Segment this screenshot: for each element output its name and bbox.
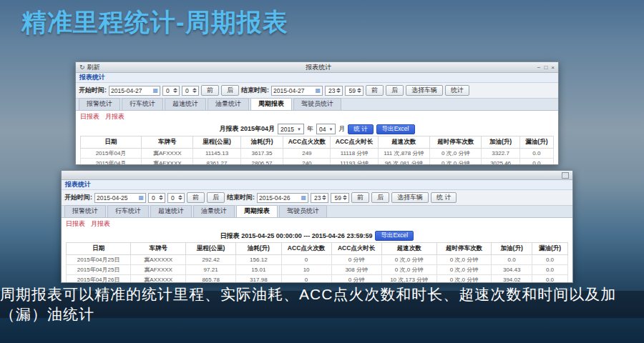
report-period-label: 日报表 2015-04-25 00:00:00 --- 2015-04-26 2… [220, 232, 373, 241]
tab-fuel-stats[interactable]: 油量统计 [208, 98, 249, 110]
column-header: 里程(公里) [186, 243, 236, 255]
table-cell: 10 [281, 265, 331, 275]
report-type-links: 日报表 月报表 [80, 111, 554, 123]
end-minute-spinner[interactable]: 59 [345, 86, 363, 96]
start-time-label: 开始时间: [64, 193, 92, 202]
tab-alarm-stats[interactable]: 报警统计 [79, 98, 120, 110]
month-select[interactable]: 04 ▼ [316, 124, 336, 134]
table-cell: 156.12 [236, 255, 281, 265]
tab-bar: 报警统计行车统计超速统计油量统计周期报表驾驶员统计 [62, 206, 572, 218]
tab-alarm-stats[interactable]: 报警统计 [64, 205, 106, 217]
start-date-value: 2015-04-25 [97, 194, 127, 202]
stat-button[interactable]: 统 计 [348, 124, 373, 134]
calendar-icon: ▦ [138, 194, 144, 201]
calendar-icon: ▦ [152, 87, 158, 94]
tab-speeding-stats[interactable]: 超速统计 [165, 98, 206, 110]
chevron-down-icon: ▼ [297, 127, 301, 131]
next-button[interactable]: 后 [371, 192, 389, 203]
start-hour-value: 0 [166, 87, 170, 94]
end-hour-value: 23 [328, 87, 335, 94]
panel-title: 报表统计 [76, 73, 558, 83]
prev-button[interactable]: 前 [366, 85, 384, 96]
table-cell: 0 次,0 分钟 [381, 255, 436, 265]
end-date-input[interactable]: 2015-04-27 ▦ [271, 86, 323, 96]
select-vehicle-button[interactable]: 选择车辆 [406, 85, 443, 96]
tab-periodic-report[interactable]: 周期报表 [236, 205, 278, 217]
start-date-input[interactable]: 2015-04-27 ▦ [109, 86, 160, 96]
spinner-arrows-icon [178, 195, 182, 200]
restore-icon[interactable] [562, 172, 569, 179]
tab-driving-stats[interactable]: 行车统计 [122, 98, 163, 110]
select-vehicle-button[interactable]: 选择车辆 [391, 192, 429, 203]
report-type-links: 日报表 月报表 [66, 219, 568, 230]
table-cell: 3025.46 [482, 159, 519, 166]
table-header-row: 日期车牌号里程(公里)油耗(升)ACC点火次数ACC点火时长超速次数超时停车次数… [81, 136, 554, 149]
start-minute-value: 0 [171, 194, 175, 202]
next-button[interactable]: 后 [207, 192, 225, 203]
column-header: 加油(升) [482, 136, 519, 149]
minimize-icon[interactable]: − [537, 64, 541, 71]
stat-toolbar-button[interactable]: 统 计 [431, 192, 457, 203]
tab-driver-stats[interactable]: 驾驶员统计 [293, 98, 341, 110]
year-select[interactable]: 2015 ▼ [278, 124, 304, 134]
tab-bar: 报警统计行车统计超速统计油量统计周期报表驾驶员统计 [76, 99, 558, 111]
column-header: 油耗(升) [236, 243, 281, 255]
column-header: 漏油(升) [532, 243, 568, 255]
end-date-input[interactable]: 2015-04-26 ▦ [257, 193, 308, 203]
table-cell: 308 分钟 [331, 265, 381, 275]
maximize-icon[interactable]: □ [544, 64, 547, 71]
year-value: 2015 [280, 126, 294, 133]
start-minute-spinner[interactable]: 0 [167, 193, 185, 203]
export-excel-button[interactable]: 导出Excel [376, 124, 415, 134]
end-hour-spinner[interactable]: 23 [325, 86, 343, 96]
start-hour-spinner[interactable]: 0 [148, 193, 165, 203]
report-content: 日报表 月报表 日报表 2015-04-25 00:00:00 --- 2015… [62, 218, 572, 283]
table-cell: 0 次,0 分钟 [436, 255, 492, 265]
column-header: 车牌号 [142, 136, 193, 149]
column-header: 漏油(升) [519, 136, 553, 149]
end-minute-spinner[interactable]: 59 [331, 193, 348, 203]
daily-report-link[interactable]: 日报表 [80, 112, 99, 121]
column-header: 加油(升) [492, 243, 532, 255]
table-cell: 0 次,0 分钟 [436, 275, 492, 284]
window-title: 报表统计 [100, 63, 537, 72]
next-button[interactable]: 后 [386, 85, 404, 96]
end-hour-spinner[interactable]: 23 [311, 193, 328, 203]
start-minute-spinner[interactable]: 0 [182, 86, 199, 96]
next-button[interactable]: 后 [221, 85, 239, 96]
refresh-label: 刷新 [87, 63, 100, 72]
monthly-report-link[interactable]: 月报表 [91, 219, 110, 229]
window-titlebar [62, 171, 572, 180]
table-cell: 10 次,173 分钟 [381, 275, 436, 284]
end-date-value: 2015-04-26 [259, 194, 290, 202]
query-toolbar: 开始时间: 2015-04-27 ▦ 0 0 前 后 结束时间: 2015-04… [76, 83, 558, 99]
tab-driver-stats[interactable]: 驾驶员统计 [279, 205, 327, 217]
monthly-report-table: 日期车牌号里程(公里)油耗(升)ACC点火次数ACC点火时长超速次数超时停车次数… [80, 136, 554, 165]
export-excel-button[interactable]: 导出Excel [375, 231, 414, 241]
prev-button[interactable]: 前 [201, 85, 219, 96]
prev-button[interactable]: 前 [351, 192, 369, 203]
report-controls: 月报表 2015年04月 2015 ▼ 年 04 ▼ 月 统 计 导出Excel [80, 123, 554, 136]
prev-button[interactable]: 前 [187, 192, 205, 203]
table-cell: 0 次,0 分钟 [381, 265, 436, 275]
tab-periodic-report[interactable]: 周期报表 [250, 98, 292, 110]
start-hour-value: 0 [152, 194, 155, 202]
end-time-label: 结束时间: [227, 193, 255, 202]
refresh-button[interactable]: ↻ 刷新 [79, 63, 100, 72]
table-cell: 240 [283, 159, 331, 166]
table-cell: 冀AXXXXX [131, 255, 186, 265]
desktop-background: 精准里程统计-周期报表 ↻ 刷新 报表统计 − □ × 报表统计 开始时间: 2… [0, 0, 644, 343]
start-hour-spinner[interactable]: 0 [162, 86, 180, 96]
table-cell: 0 [281, 275, 331, 284]
daily-report-link[interactable]: 日报表 [66, 219, 85, 229]
start-date-value: 2015-04-27 [111, 87, 142, 94]
monthly-report-link[interactable]: 月报表 [105, 112, 125, 121]
close-icon[interactable]: × [551, 64, 555, 71]
end-date-value: 2015-04-27 [273, 87, 304, 94]
tab-driving-stats[interactable]: 行车统计 [107, 205, 149, 217]
start-date-input[interactable]: 2015-04-25 ▦ [94, 193, 146, 203]
tab-fuel-stats[interactable]: 油量统计 [193, 205, 235, 217]
stat-toolbar-button[interactable]: 统计 [445, 85, 469, 96]
tab-speeding-stats[interactable]: 超速统计 [150, 205, 192, 217]
column-header: 油耗(升) [240, 136, 283, 149]
